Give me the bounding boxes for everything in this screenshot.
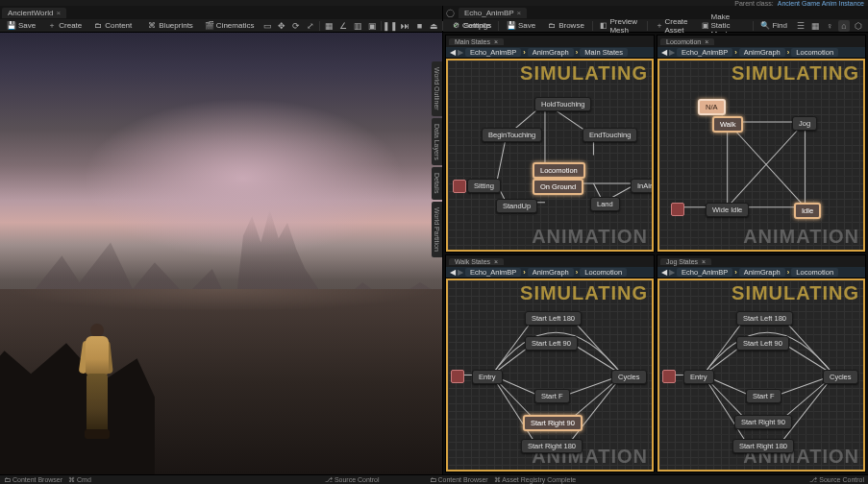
source-control-2[interactable]: ⎇ Source Control	[809, 476, 864, 484]
state-start-left-90[interactable]: Start Left 90	[736, 336, 789, 351]
state-jog[interactable]: Jog	[792, 116, 817, 131]
close-icon[interactable]: ×	[702, 258, 706, 265]
cinematics-button[interactable]: 🎬 Cinematics	[201, 20, 259, 32]
source-control[interactable]: ⎇ Source Control	[325, 476, 380, 484]
snap-angle-icon[interactable]: ∠	[337, 20, 349, 32]
state-wide-idle[interactable]: Wide Idle	[706, 203, 749, 217]
mode-physics-icon[interactable]: ⬡	[853, 20, 864, 32]
settings-button[interactable]: ⚙ Settings	[446, 19, 495, 33]
bc-asset[interactable]: Echo_AnimBP	[465, 268, 521, 277]
mode-skeleton-icon[interactable]: ☰	[795, 20, 806, 32]
state-start-left-180[interactable]: Start Left 180	[525, 311, 582, 326]
graph-tab[interactable]: Jog States ×	[660, 258, 711, 265]
state-hold-touching[interactable]: HoldTouching	[534, 97, 591, 111]
state-entry[interactable]: Entry	[472, 370, 503, 384]
bc-graph[interactable]: AnimGraph	[739, 268, 785, 277]
level-tab[interactable]: AncientWorld ×	[2, 8, 66, 18]
state-locomotion[interactable]: Locomotion	[533, 162, 585, 179]
mode-bp-icon[interactable]: ⌂	[838, 20, 850, 32]
entry-node[interactable]	[451, 370, 464, 383]
drawer-content-browser[interactable]: 🗀 Content Browser	[4, 476, 62, 483]
state-start-f[interactable]: Start F	[746, 389, 781, 403]
fwd-icon[interactable]: ▶	[458, 268, 463, 277]
bc-asset[interactable]: Echo_AnimBP	[677, 48, 732, 57]
pause-icon[interactable]: ❚❚	[384, 20, 396, 32]
find-button[interactable]: 🔍 Find	[756, 20, 791, 32]
drawer-cmd[interactable]: ⌘ Cmd	[68, 476, 91, 484]
back-icon[interactable]: ◀	[450, 268, 456, 277]
graph-canvas[interactable]: SIMULATING ANIMATION	[446, 278, 654, 472]
state-start-f[interactable]: Start F	[534, 389, 570, 403]
translate-icon[interactable]: ✥	[276, 20, 287, 32]
state-start-right-90[interactable]: Start Right 90	[734, 415, 792, 429]
bc-graph[interactable]: AnimGraph	[528, 48, 574, 57]
abp-save-button[interactable]: 💾 Save	[503, 20, 539, 32]
fwd-icon[interactable]: ▶	[669, 48, 675, 57]
back-icon[interactable]: ◀	[661, 48, 667, 57]
bc-asset[interactable]: Echo_AnimBP	[677, 268, 732, 277]
save-button[interactable]: 💾 Save	[3, 20, 39, 32]
bc-page[interactable]: Locomotion	[580, 268, 627, 277]
camera-speed-icon[interactable]: ▣	[366, 20, 378, 32]
side-tab-outliner[interactable]: World Outliner	[432, 61, 442, 116]
bc-page[interactable]: Locomotion	[791, 268, 838, 277]
back-icon[interactable]: ◀	[450, 48, 456, 57]
mode-mesh-icon[interactable]: ▦	[809, 20, 821, 32]
state-on-ground[interactable]: On Ground	[533, 179, 583, 195]
back-icon[interactable]: ◀	[661, 268, 667, 277]
state-start-left-90[interactable]: Start Left 90	[525, 336, 578, 351]
stop-node[interactable]: N/A	[698, 99, 726, 115]
graph-canvas[interactable]: SIMULATING ANIMATION N/A Walk	[657, 59, 865, 252]
skip-icon[interactable]: ⏭	[399, 20, 410, 32]
graph-tab[interactable]: Walk States ×	[449, 258, 504, 265]
entry-node[interactable]	[671, 203, 684, 216]
entry-node[interactable]	[453, 180, 466, 193]
scale-icon[interactable]: ⤢	[305, 20, 316, 32]
mode-anim-icon[interactable]: ♀	[824, 20, 835, 32]
side-tab-details[interactable]: Details	[432, 167, 442, 199]
abp-tab[interactable]: Echo_AnimBP ×	[459, 8, 527, 18]
state-standup[interactable]: StandUp	[496, 199, 537, 213]
state-start-left-180[interactable]: Start Left 180	[736, 311, 793, 326]
entry-node[interactable]	[662, 370, 676, 383]
bc-graph[interactable]: AnimGraph	[739, 48, 785, 57]
graph-tab[interactable]: Locomotion ×	[660, 38, 714, 45]
state-inair[interactable]: InAir	[631, 179, 654, 193]
state-start-right-180[interactable]: Start Right 180	[732, 439, 794, 453]
content-button[interactable]: 🗀 Content	[89, 20, 136, 32]
bc-graph[interactable]: AnimGraph	[528, 268, 574, 277]
state-idle[interactable]: Idle	[794, 203, 821, 219]
close-icon[interactable]: ×	[517, 9, 522, 17]
bc-page[interactable]: Locomotion	[791, 48, 838, 57]
graph-tab[interactable]: Main States ×	[449, 38, 504, 45]
eject-icon[interactable]: ⏏	[428, 20, 439, 32]
state-begin-touching[interactable]: BeginTouching	[482, 128, 542, 142]
browse-button[interactable]: 🗀 Browse	[543, 20, 588, 32]
rotate-icon[interactable]: ⟳	[290, 20, 302, 32]
create-button[interactable]: ＋ Create	[43, 20, 86, 32]
state-cycles[interactable]: Cycles	[823, 370, 858, 384]
level-viewport[interactable]: World Outliner Data Layers Details World…	[0, 33, 442, 474]
select-mode-icon[interactable]: ▭	[261, 20, 273, 32]
drawer-scope[interactable]: ⌘ Asset Registry Complete	[494, 476, 577, 484]
state-entry[interactable]: Entry	[683, 370, 714, 384]
side-tab-layers[interactable]: Data Layers	[432, 118, 442, 166]
stop-icon[interactable]: ■	[413, 20, 425, 32]
bc-asset[interactable]: Echo_AnimBP	[465, 48, 521, 57]
fwd-icon[interactable]: ▶	[669, 268, 675, 277]
close-icon[interactable]: ×	[494, 38, 498, 45]
snap-grid-icon[interactable]: ▦	[323, 20, 335, 32]
close-icon[interactable]: ×	[56, 9, 61, 17]
graph-canvas[interactable]: SIMULATING ANIMATION Sitting	[446, 59, 654, 252]
state-sitting[interactable]: Sitting	[467, 179, 501, 193]
state-cycles[interactable]: Cycles	[611, 370, 647, 384]
state-start-right-90[interactable]: Start Right 90	[523, 415, 583, 431]
side-tab-partition[interactable]: World Partition	[432, 202, 442, 257]
close-icon[interactable]: ×	[494, 258, 498, 265]
state-start-right-180[interactable]: Start Right 180	[521, 439, 583, 453]
drawer-content-browser-2[interactable]: 🗀 Content Browser	[430, 476, 488, 483]
state-walk[interactable]: Walk	[712, 116, 743, 133]
fwd-icon[interactable]: ▶	[458, 48, 463, 57]
state-end-touching[interactable]: EndTouching	[583, 128, 637, 142]
blueprints-button[interactable]: ⌘ Blueprints	[143, 20, 197, 32]
